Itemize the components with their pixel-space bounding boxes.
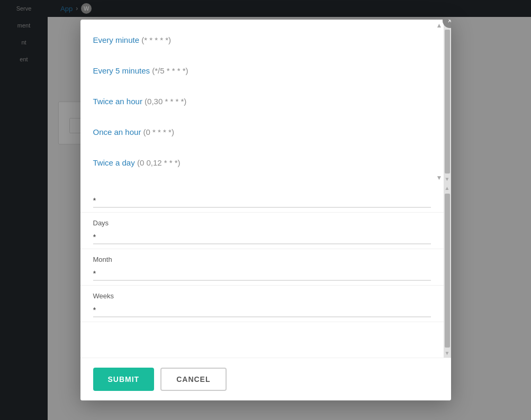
scrollbar-down-arrow[interactable]: ▼ <box>445 175 450 184</box>
cancel-button[interactable]: CANCEL <box>160 368 226 391</box>
month-field-group: Month <box>80 249 444 286</box>
close-icon: × <box>447 20 451 25</box>
form-fields-section: - Days Month Weeks <box>80 184 451 358</box>
dropdown-list-section: ▲ Every minute (* * * * *) Every 5 minut… <box>80 20 451 184</box>
days-input[interactable] <box>93 230 431 244</box>
item-cron: (0 0,12 * * *) <box>137 158 181 167</box>
dropdown-scroll-area[interactable]: Every minute (* * * * *) Every 5 minutes… <box>80 20 451 184</box>
scrollbar-thumb <box>445 30 450 174</box>
submit-button[interactable]: SUBMIT <box>93 368 155 391</box>
dropdown-scroll-down[interactable]: ▼ <box>436 174 443 181</box>
list-item[interactable]: Once an hour (0 * * * *) <box>80 117 440 148</box>
days-field-group: Days <box>80 213 444 249</box>
item-cron: (* * * * *) <box>141 35 171 44</box>
form-right-scrollbar: ▲ ▼ <box>444 184 451 358</box>
scroll-up-icon: ▲ <box>436 22 443 29</box>
item-cron: (0 * * * *) <box>143 127 174 136</box>
dropdown-scroll-up[interactable]: ▲ <box>436 22 443 29</box>
item-label: Twice an hour <box>93 97 142 106</box>
dropdown-right-scrollbar: ▲ ▼ <box>444 20 451 184</box>
item-cron: (0,30 * * * *) <box>145 97 186 106</box>
minutes-field-group: - <box>80 184 444 213</box>
modal-inner: ▲ Every minute (* * * * *) Every 5 minut… <box>80 20 451 400</box>
minutes-input[interactable] <box>93 194 431 208</box>
list-item[interactable]: Every 5 minutes (*/5 * * * *) <box>80 56 440 86</box>
list-item[interactable]: Twice a day (0 0,12 * * *) <box>80 148 440 178</box>
item-cron: (*/5 * * * *) <box>152 66 188 75</box>
month-input[interactable] <box>93 267 431 281</box>
modal-overlay: × ▲ Every minute (* * * * *) <box>0 0 531 420</box>
item-label: Every 5 minutes <box>93 66 150 75</box>
item-label: Once an hour <box>93 127 141 136</box>
list-item[interactable]: Every minute (* * * * *) <box>80 25 440 56</box>
modal-dialog: × ▲ Every minute (* * * * *) <box>80 20 451 400</box>
scroll-down-icon: ▼ <box>436 174 443 181</box>
modal-footer: SUBMIT CANCEL <box>80 358 451 400</box>
form-scrollbar-up[interactable]: ▲ <box>445 184 450 193</box>
weeks-field-group: Weeks <box>80 286 444 322</box>
form-scrollbar-down[interactable]: ▼ <box>445 349 450 358</box>
list-item[interactable]: Twice an hour (0,30 * * * *) <box>80 86 440 117</box>
weeks-input[interactable] <box>93 303 431 317</box>
month-label: Month <box>93 255 431 263</box>
days-label: Days <box>93 219 431 227</box>
form-scrollbar-thumb <box>445 194 450 348</box>
item-label: Every minute <box>93 35 140 44</box>
minutes-label: - <box>93 190 431 190</box>
weeks-label: Weeks <box>93 292 431 300</box>
item-label: Twice a day <box>93 158 135 167</box>
